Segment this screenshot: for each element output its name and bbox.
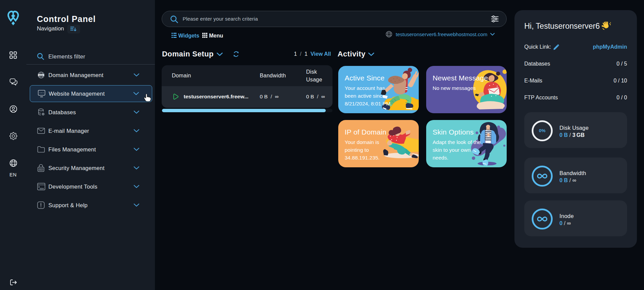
- svg-text:WWW: WWW: [39, 74, 43, 76]
- svg-text:SSL: SSL: [40, 169, 42, 170]
- svg-text:SSH: SSH: [40, 188, 44, 190]
